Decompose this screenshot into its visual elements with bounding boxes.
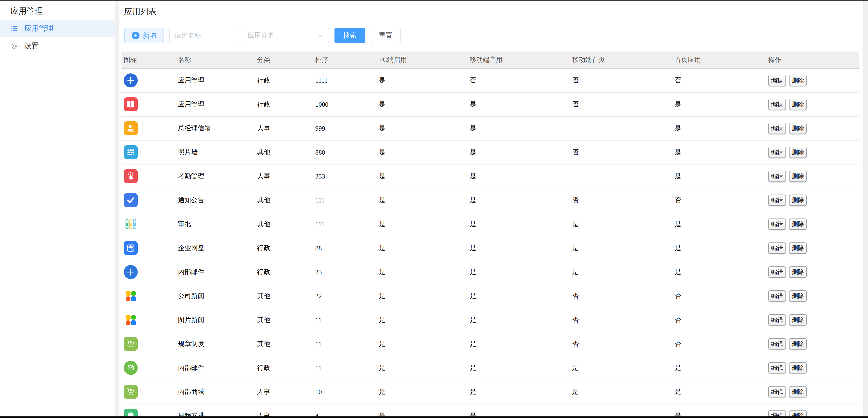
edit-button[interactable]: 编辑 [768,314,786,325]
cell-category: 其他 [255,308,313,332]
table-row: 内部商城人事10是是是是编辑删除 [121,380,859,404]
cell-pc: 是 [377,404,467,416]
edit-button[interactable]: 编辑 [768,362,786,374]
category-select[interactable]: 应用分类 [242,28,329,43]
edit-button[interactable]: 编辑 [768,218,786,230]
edit-button[interactable]: 编辑 [768,75,786,86]
page-scrollbar-track[interactable] [864,1,868,416]
cell-home_app: 否 [672,332,766,356]
toolbar: + 新增 应用分类 搜索 重置 [124,28,864,43]
add-button-label: 新增 [143,31,156,40]
cloud-drive-icon [124,241,138,255]
cell-sort: 10 [313,380,377,404]
delete-button[interactable]: 删除 [789,267,807,278]
search-button[interactable]: 搜索 [335,28,365,43]
edit-button[interactable]: 编辑 [768,99,786,110]
window-top-edge [0,0,868,1]
cell-sort: 88 [313,236,377,260]
cell-actions: 编辑删除 [766,116,859,140]
edit-button[interactable]: 编辑 [768,267,786,278]
sidebar-item-settings[interactable]: 设置 [0,37,115,55]
table-row: 审批其他111是是是是编辑删除 [121,212,859,236]
edit-button[interactable]: 编辑 [768,242,786,254]
cell-category: 其他 [255,284,313,308]
mail-envelope-icon [124,361,138,375]
cell-actions: 编辑删除 [766,68,859,93]
delete-button[interactable]: 删除 [789,171,807,182]
cell-actions: 编辑删除 [766,332,859,356]
cell-name: 应用管理 [176,93,255,116]
cell-mobile_home: 是 [570,212,672,236]
cell-icon [121,380,176,404]
cell-actions: 编辑删除 [766,308,859,332]
cell-name: 内部商城 [176,380,255,404]
app-table: 图标名称分类排序PC端启用移动端启用移动端首页首页应用操作 应用管理行政1111… [121,51,857,416]
cell-mobile_home [570,164,672,188]
delete-button[interactable]: 删除 [789,362,807,374]
cell-sort: 11 [313,308,377,332]
window-bottom-edge [0,416,868,418]
table-row: 规章制度其他11是是否否编辑删除 [121,332,859,356]
plus-circle-bold-icon [124,73,138,88]
cell-mobile: 是 [467,356,570,380]
edit-button[interactable]: 编辑 [768,123,786,134]
cell-mobile_home: 否 [570,140,672,164]
cell-actions: 编辑删除 [766,164,859,188]
cell-name: 日程安排 [176,404,255,416]
delete-button[interactable]: 删除 [789,195,807,206]
sidebar-title: 应用管理 [0,1,115,15]
cell-category: 行政 [255,93,313,116]
cell-pc: 是 [377,188,467,212]
delete-button[interactable]: 删除 [789,75,807,86]
cell-home_app: 是 [672,236,766,260]
edit-button[interactable]: 编辑 [768,290,786,302]
delete-button[interactable]: 删除 [789,123,807,134]
cell-actions: 编辑删除 [766,93,859,116]
cell-home_app: 是 [672,212,766,236]
edit-button[interactable]: 编辑 [768,410,786,416]
cell-name: 企业网盘 [176,236,255,260]
cell-mobile_home: 是 [570,356,672,380]
main-content: 应用列表 + 新增 应用分类 搜索 重置 图标名称分类排序PC端启用移动端启用移… [119,1,864,416]
delete-button[interactable]: 删除 [789,242,807,254]
cell-pc: 是 [377,140,467,164]
add-button[interactable]: + 新增 [124,28,164,43]
reset-button[interactable]: 重置 [371,28,401,43]
cell-mobile_home: 是 [570,380,672,404]
cell-pc: 是 [377,332,467,356]
cell-icon [121,332,176,356]
cell-pc: 是 [377,260,467,284]
cell-sort: 11 [313,356,377,380]
schedule-notepad-icon [124,409,138,416]
edit-button[interactable]: 编辑 [768,338,786,350]
cell-pc: 是 [377,308,467,332]
delete-button[interactable]: 删除 [789,386,807,397]
plus-icon: + [132,32,140,39]
app-name-input[interactable] [169,28,236,43]
delete-button[interactable]: 删除 [789,338,807,350]
cell-icon [121,212,176,236]
cell-actions: 编辑删除 [766,380,859,404]
edit-button[interactable]: 编辑 [768,171,786,182]
sidebar-item-app-management[interactable]: 应用管理 [0,20,115,37]
cell-icon [121,236,176,260]
cell-pc: 是 [377,116,467,140]
cell-pc: 是 [377,68,467,93]
delete-button[interactable]: 删除 [789,290,807,302]
cell-home_app: 否 [672,284,766,308]
cell-sort: 1111 [313,68,377,93]
cell-mobile_home: 否 [570,308,672,332]
edit-button[interactable]: 编辑 [768,195,786,206]
delete-button[interactable]: 删除 [789,147,807,158]
delete-button[interactable]: 删除 [789,314,807,325]
delete-button[interactable]: 删除 [789,99,807,110]
delete-button[interactable]: 删除 [789,410,807,416]
sidebar-scrollbar-track[interactable] [115,1,119,416]
delete-button[interactable]: 删除 [789,218,807,230]
table-row: 总经理信箱人事999是是是编辑删除 [121,116,859,140]
cell-mobile: 是 [467,332,570,356]
column-header-7: 首页应用 [672,51,766,68]
edit-button[interactable]: 编辑 [768,147,786,158]
cell-category: 人事 [255,164,313,188]
edit-button[interactable]: 编辑 [768,386,786,397]
